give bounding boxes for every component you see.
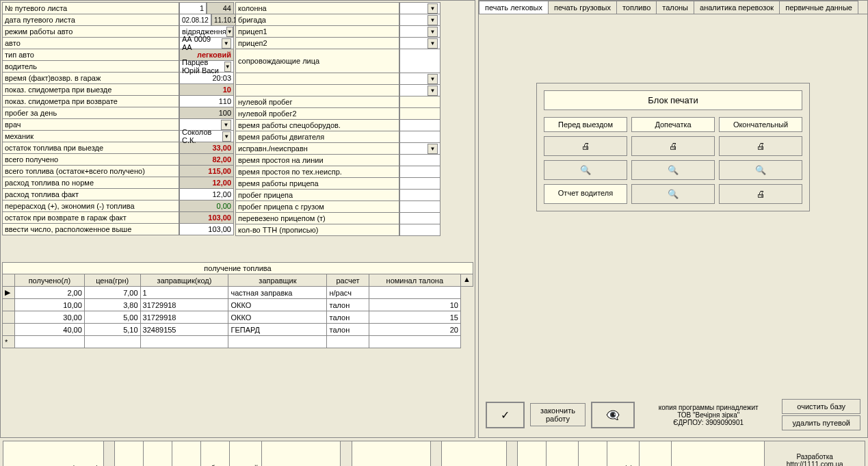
val-nom2: 44	[207, 2, 234, 14]
preview-btn-1[interactable]: 🔍	[544, 160, 627, 180]
lbl-idle-tech: время простоя по тех.неиспр.	[235, 166, 399, 178]
driver-report-print[interactable]: 🖨	[719, 184, 802, 204]
dropdown-icon[interactable]: ▼	[221, 120, 231, 130]
print-btn-1[interactable]: 🖨	[544, 136, 627, 156]
dropdown-icon[interactable]: ▼	[222, 38, 231, 49]
val-fact[interactable]: 12,00	[179, 188, 234, 200]
lbl-auto: авто	[2, 37, 179, 49]
val-norma: 12,00	[179, 177, 234, 189]
find-button[interactable]: 👁‍🗨	[591, 402, 635, 428]
val-driver[interactable]: Парцев Юрій Васи▼	[179, 60, 234, 73]
val-ispravn[interactable]: ▼	[399, 142, 440, 155]
val-nul2[interactable]	[399, 107, 440, 120]
lbl-kolonna: колонна	[235, 2, 399, 14]
printer-icon: 🖨	[757, 189, 765, 199]
fuel-scrollbar[interactable]: ▲	[461, 274, 473, 287]
dropdown-icon[interactable]: ▼	[428, 27, 438, 37]
lbl-trailer-time: время работы прицепа	[235, 177, 399, 190]
val-kolonna[interactable]: ▼	[399, 2, 440, 14]
val-spd-in[interactable]: 110	[179, 95, 234, 107]
val-ost-in: 103,00	[179, 211, 234, 224]
ok-button[interactable]: ✓	[486, 402, 525, 428]
dropdown-icon[interactable]: ▼	[428, 38, 438, 49]
fuel-row[interactable]: 40,005,1032489155ГЕПАРДталон20	[3, 324, 473, 336]
lbl-received: всего получено	[2, 153, 179, 166]
lbl-date: дата путевого листа	[2, 14, 179, 26]
lbl-trailer-load: пробег прицепа с грузом	[235, 200, 399, 213]
tab-fuel[interactable]: топливо	[616, 1, 657, 14]
lbl-enter: ввести число, расположенное выше	[2, 223, 179, 235]
val-mechanic[interactable]: Соколов С.К.▼	[179, 130, 234, 142]
asg-col-ttn: ттн заказчика	[672, 441, 765, 467]
val-pricep2[interactable]: ▼	[399, 37, 440, 49]
tab-analytics[interactable]: аналитика перевозок	[694, 1, 780, 14]
val-blank2[interactable]: ▼	[399, 84, 440, 96]
fuel-row[interactable]: *	[3, 336, 473, 348]
val-escort[interactable]	[399, 49, 440, 73]
preview-btn-3[interactable]: 🔍	[719, 160, 802, 180]
tab-primary[interactable]: первичные данные	[779, 1, 858, 14]
tab-print-truck[interactable]: печать грузовых	[548, 1, 617, 14]
preview-btn-2[interactable]: 🔍	[631, 160, 715, 180]
dropdown-icon[interactable]: ▼	[226, 27, 233, 37]
val-date1[interactable]: 02.08.12	[179, 14, 211, 26]
clear-db-button[interactable]: очистить базу	[782, 399, 860, 414]
lbl-trailer-run: пробег прицепа	[235, 189, 399, 201]
dropdown-icon[interactable]: ▼	[222, 131, 231, 142]
asg-col-from: откуда взять груз	[261, 441, 340, 467]
val-idle-tech[interactable]	[399, 166, 440, 178]
dropdown-icon[interactable]: ▼	[428, 86, 438, 96]
val-spec[interactable]	[399, 119, 440, 131]
driver-report-preview[interactable]: 🔍	[631, 184, 715, 204]
finish-button[interactable]: закончить работу	[530, 403, 586, 426]
val-ttn[interactable]	[399, 224, 440, 236]
dropdown-icon[interactable]: ▼	[428, 3, 438, 14]
tab-coupons[interactable]: талоны	[656, 1, 694, 14]
val-idle-line[interactable]	[399, 154, 440, 166]
dropdown-icon[interactable]: ▼	[224, 62, 231, 72]
val-diff: 0,00	[179, 200, 234, 212]
val-trailer-load[interactable]	[399, 200, 440, 213]
val-trailer-cargo[interactable]	[399, 212, 440, 224]
asg-col-tkmr: ткм(р)	[607, 441, 640, 467]
dev-link[interactable]: http://1111.com.ua	[787, 461, 843, 466]
lbl-ost-out: остаток топлива при выезде	[2, 142, 179, 154]
copy-info: копия программы принадлежитТОВ "Вечірня …	[640, 404, 777, 426]
val-auto[interactable]: АА 0009 АА▼	[179, 37, 234, 49]
lbl-blank2	[235, 84, 399, 96]
dropdown-icon[interactable]: ▼	[428, 15, 438, 25]
lbl-spec: время работы спецоборудов.	[235, 119, 399, 131]
lbl-tip: тип авто	[2, 49, 179, 61]
fuel-table: получено(л) цена(грн) заправщик(код) зап…	[2, 274, 473, 348]
asg-col-tkm: ткм	[640, 441, 672, 467]
fuel-row[interactable]: 30,005,0031729918ОККОталон15	[3, 311, 473, 324]
lbl-escort: сопровождающие лица	[235, 49, 399, 73]
fuel-col-nominal: номинал талона	[369, 274, 460, 287]
dropdown-icon[interactable]: ▼	[428, 74, 438, 84]
print-hdr-before: Перед выездом	[544, 117, 627, 132]
asg-col-s: с	[115, 441, 144, 467]
assign-table: в чье распоряжение(клиент) с до всего об…	[3, 441, 865, 466]
val-nom1[interactable]: 1	[179, 2, 207, 14]
val-pricep1[interactable]: ▼	[399, 25, 440, 38]
val-trailer-time[interactable]	[399, 177, 440, 190]
asg-col-cargo: груз	[442, 441, 506, 467]
fuel-row[interactable]: ▶2,007,001частная заправкан/расч	[3, 287, 473, 299]
check-icon: ✓	[501, 409, 510, 421]
print-btn-2[interactable]: 🖨	[631, 136, 715, 156]
fuel-row[interactable]: 10,003,8031729918ОККОталон10	[3, 299, 473, 311]
val-blank1[interactable]: ▼	[399, 73, 440, 85]
asg-col-do: до	[144, 441, 172, 467]
asg-col-hodki: ходки	[518, 441, 547, 467]
val-brigada[interactable]: ▼	[399, 14, 440, 26]
delete-button[interactable]: удалить путевой	[782, 415, 860, 430]
print-btn-3[interactable]: 🖨	[719, 136, 802, 156]
magnify-icon: 🔍	[580, 165, 591, 175]
val-nul1[interactable]	[399, 96, 440, 108]
val-trailer-run[interactable]	[399, 189, 440, 201]
magnify-icon: 🔍	[755, 165, 766, 175]
val-engine[interactable]	[399, 131, 440, 143]
dropdown-icon[interactable]: ▼	[428, 144, 438, 154]
val-enter[interactable]: 103,00	[179, 223, 234, 235]
tab-print-car[interactable]: печать легковых	[479, 1, 549, 14]
